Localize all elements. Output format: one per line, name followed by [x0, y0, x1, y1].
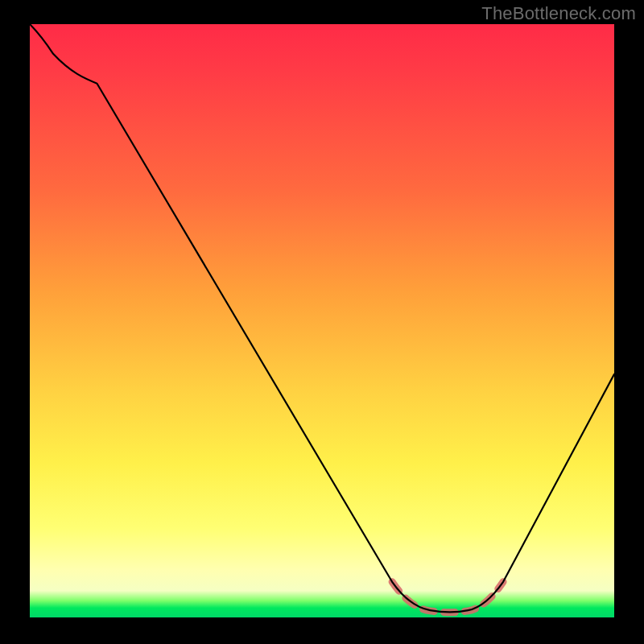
- watermark-text: TheBottleneck.com: [481, 3, 636, 24]
- plot-area: [30, 24, 614, 617]
- valley-highlight: [392, 582, 503, 613]
- chart-frame: TheBottleneck.com: [0, 0, 644, 644]
- curve-svg: [30, 24, 614, 617]
- bottleneck-curve: [30, 24, 614, 612]
